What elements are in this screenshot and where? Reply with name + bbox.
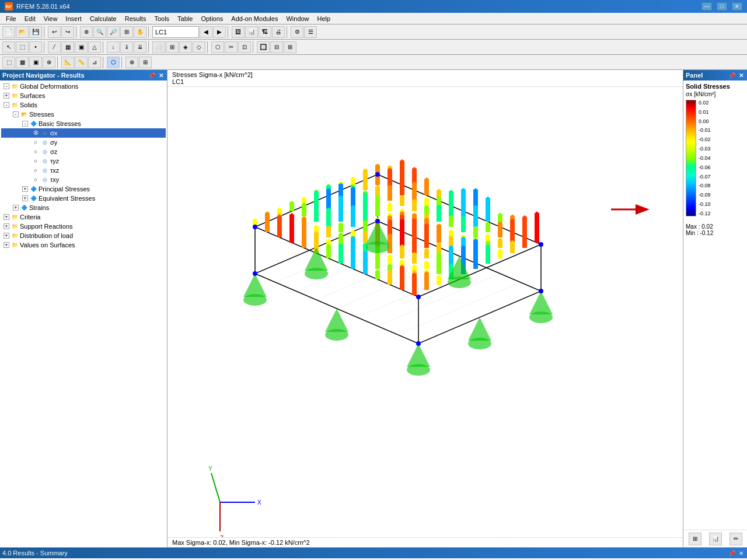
expander-global-deformations[interactable]: - [4,83,9,89]
tree-sigma-y[interactable]: ○ ◎ σy [1,138,166,147]
tb-save[interactable]: 💾 [29,26,42,38]
tb2-load3[interactable]: ⇊ [134,41,146,53]
tb2-node[interactable]: • [29,41,42,53]
tb2-cursor[interactable]: ↖ [2,41,15,53]
tb-prev-lc[interactable]: ◀ [200,26,212,38]
tree-basic-stresses[interactable]: - 🔷 Basic Stresses [1,119,166,128]
tree-support-reactions[interactable]: + 📁 Support Reactions [1,222,166,231]
tb2-display2[interactable]: ⊟ [270,41,283,53]
tree-tau-yz[interactable]: ○ ◎ τyz [1,156,166,166]
expander-surfaces[interactable]: + [4,93,9,99]
nav-close-btn[interactable]: ✕ [158,72,165,79]
right-pin-btn[interactable]: 📌 [727,72,736,79]
expander-distribution[interactable]: + [4,233,9,239]
tb-settings[interactable]: ⚙ [291,26,303,38]
nav-pin-btn[interactable]: 📌 [147,72,156,79]
tree-solids[interactable]: - 📁 Solids [1,100,166,110]
tb3-btn5[interactable]: 📐 [61,57,74,68]
expander-solids[interactable]: - [4,102,9,108]
expander-values[interactable]: + [4,242,9,248]
menu-addons[interactable]: Add-on Modules [228,13,281,24]
expander-basic-stresses[interactable]: - [22,121,28,127]
tree-principal-stresses[interactable]: + 🔷 Principal Stresses [1,184,166,194]
tb3-btn10[interactable]: ⊞ [139,57,152,68]
tb-zoom-in[interactable]: 🔍 [93,26,106,38]
tb-render2[interactable]: 📊 [245,26,258,38]
tb2-display1[interactable]: 🔲 [257,41,270,53]
tree-tau-xy[interactable]: ○ ◎ τxy [1,175,166,184]
tb-redo[interactable]: ↪ [61,26,74,38]
menu-help[interactable]: Help [314,13,334,24]
menu-table[interactable]: Table [174,13,196,24]
menu-insert[interactable]: Insert [62,13,85,24]
tree-surfaces[interactable]: + 📁 Surfaces [1,91,166,100]
viewport-canvas[interactable]: Isobands Isolines Differences [167,87,683,537]
expander-strains[interactable]: + [13,205,19,211]
expander-stresses[interactable]: - [13,111,19,117]
tree-criteria[interactable]: + 📁 Criteria [1,212,166,222]
tb-pan[interactable]: ✋ [134,26,146,38]
expander-criteria[interactable]: + [4,214,9,220]
tree-equivalent-stresses[interactable]: + 🔷 Equivalent Stresses [1,194,166,203]
expander-equivalent[interactable]: + [22,195,28,201]
tb-new[interactable]: 📄 [2,26,15,38]
tb-undo[interactable]: ↩ [48,26,61,38]
tb2-iso[interactable]: ⬡ [211,41,224,53]
menu-window[interactable]: Window [282,13,312,24]
tb3-btn4[interactable]: ⊕ [43,57,55,68]
tb2-section[interactable]: ⊡ [238,41,251,53]
tb2-surface[interactable]: ▦ [61,41,74,53]
tb-zoom-window[interactable]: ⊞ [120,26,133,38]
tb-next-lc[interactable]: ▶ [213,26,226,38]
tb-model[interactable]: 🏗 [259,26,271,38]
tb2-load[interactable]: ↓ [107,41,120,53]
menu-file[interactable]: File [2,13,20,24]
right-close-btn[interactable]: ✕ [738,72,745,79]
tb3-highlight[interactable]: ⬡ [107,57,120,68]
tb2-cut[interactable]: ✂ [225,41,238,53]
tb-print[interactable]: 🖨 [272,26,285,38]
tb3-btn7[interactable]: ⊿ [88,57,101,68]
tb2-display3[interactable]: ⊞ [284,41,296,53]
maximize-button[interactable]: □ [717,2,727,10]
tree-values-surfaces[interactable]: + 📁 Values on Surfaces [1,240,166,250]
tb-zoom-all[interactable]: ⊕ [80,26,93,38]
tree-distribution[interactable]: + 📁 Distribution of load [1,231,166,240]
bottom-pin-btn[interactable]: 📌 [727,550,736,556]
tb-open[interactable]: 📂 [16,26,29,38]
menu-options[interactable]: Options [197,13,226,24]
tb2-view1[interactable]: ⬜ [152,41,165,53]
tree-sigma-z[interactable]: ○ ◎ σz [1,147,166,156]
tb3-btn2[interactable]: ▦ [16,57,29,68]
menu-results[interactable]: Results [121,13,150,24]
menu-view[interactable]: View [40,13,61,24]
bottom-close-btn[interactable]: ✕ [738,550,745,556]
close-button[interactable]: ✕ [732,2,742,10]
tree-sigma-x[interactable]: ⦿ ◉ σx [1,128,166,138]
tb2-select[interactable]: ⬚ [16,41,29,53]
tb2-view3[interactable]: ◈ [179,41,192,53]
tree-strains[interactable]: + 🔷 Strains [1,203,166,212]
tb2-load2[interactable]: ⇓ [120,41,133,53]
rp-btn-1[interactable]: ⊞ [689,533,701,545]
menu-calculate[interactable]: Calculate [86,13,120,24]
tb2-support[interactable]: △ [88,41,101,53]
expander-principal[interactable]: + [22,186,28,192]
tb-options[interactable]: ☰ [304,26,317,38]
tb3-btn3[interactable]: ▣ [29,57,42,68]
tree-stresses[interactable]: - 📂 Stresses [1,110,166,119]
tree-tau-xz[interactable]: ○ ◎ τxz [1,166,166,175]
menu-tools[interactable]: Tools [151,13,173,24]
tb2-view2[interactable]: ⊞ [166,41,179,53]
tree-global-deformations[interactable]: - 📁 Global Deformations [1,82,166,91]
rp-btn-3[interactable]: ✏ [729,533,742,545]
rp-btn-2[interactable]: 📊 [709,533,722,545]
menu-edit[interactable]: Edit [21,13,39,24]
tb3-btn6[interactable]: 📏 [75,57,88,68]
tb2-view4[interactable]: ◇ [193,41,205,53]
expander-support[interactable]: + [4,223,9,229]
tb3-btn9[interactable]: ⊕ [125,57,138,68]
minimize-button[interactable]: — [701,2,712,10]
tb2-solid[interactable]: ▣ [75,41,88,53]
tb-zoom-out[interactable]: 🔎 [107,26,120,38]
